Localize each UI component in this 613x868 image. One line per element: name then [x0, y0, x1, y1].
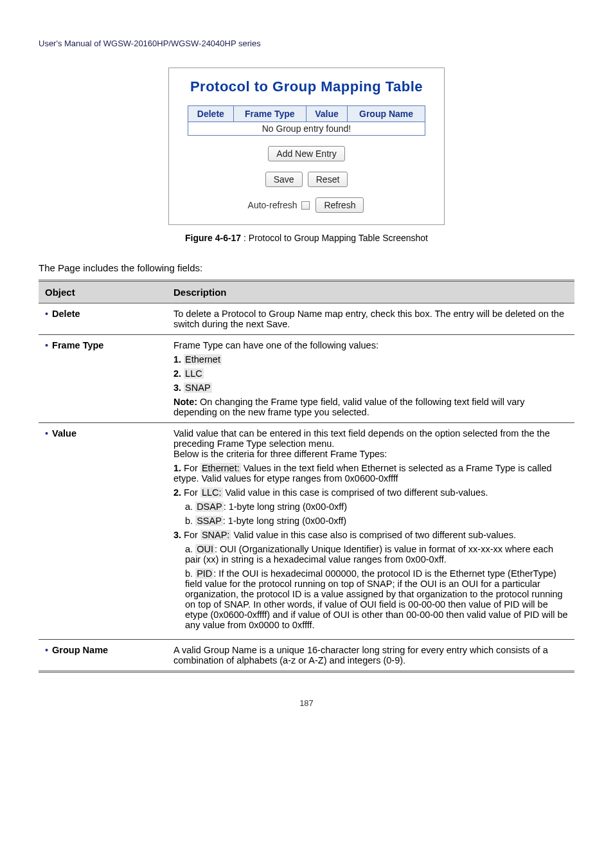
object-cell: •Group Name — [39, 640, 167, 672]
col-delete: Delete — [188, 106, 234, 122]
object-table: Object Description •DeleteTo delete a Pr… — [39, 280, 574, 673]
header-description: Description — [167, 281, 574, 303]
description-cell: Frame Type can have one of the following… — [167, 335, 574, 423]
auto-refresh-checkbox[interactable] — [301, 201, 310, 210]
button-row-save-reset: Save Reset — [182, 172, 431, 187]
figure-title: Protocol to Group Mapping Table — [182, 78, 431, 95]
reset-button[interactable]: Reset — [308, 172, 348, 187]
empty-message: No Group entry found! — [188, 122, 425, 136]
table-row: •DeleteTo delete a Protocol to Group Nam… — [39, 303, 574, 335]
table-row: •ValueValid value that can be entered in… — [39, 423, 574, 640]
mapping-table: Delete Frame Type Value Group Name No Gr… — [188, 105, 425, 136]
figure-caption-rest: : Protocol to Group Mapping Table Screen… — [241, 233, 428, 243]
figure-caption: Figure 4-6-17 : Protocol to Group Mappin… — [39, 233, 574, 243]
figure-caption-bold: Figure 4-6-17 — [185, 233, 241, 243]
button-row-add: Add New Entry — [182, 146, 431, 161]
doc-title: User's Manual of WGSW-20160HP/WGSW-24040… — [39, 39, 261, 48]
refresh-button[interactable]: Refresh — [315, 197, 364, 213]
description-cell: A valid Group Name is a unique 16-charac… — [167, 640, 574, 672]
auto-refresh-row: Auto-refresh Refresh — [182, 197, 431, 213]
col-frame-type: Frame Type — [233, 106, 306, 122]
page-number: 187 — [39, 698, 574, 708]
object-cell: •Frame Type — [39, 335, 167, 423]
save-button[interactable]: Save — [265, 172, 303, 187]
figure-panel: Protocol to Group Mapping Table Delete F… — [168, 68, 445, 225]
col-value: Value — [306, 106, 347, 122]
object-cell: •Value — [39, 423, 167, 640]
description-cell: To delete a Protocol to Group Name map e… — [167, 303, 574, 335]
auto-refresh-label: Auto-refresh — [248, 200, 298, 210]
table-row: •Group NameA valid Group Name is a uniqu… — [39, 640, 574, 672]
header-object: Object — [39, 281, 167, 303]
object-cell: •Delete — [39, 303, 167, 335]
page-header: User's Manual of WGSW-20160HP/WGSW-24040… — [39, 39, 574, 48]
description-cell: Valid value that can be entered in this … — [167, 423, 574, 640]
col-group-name: Group Name — [348, 106, 425, 122]
page-intro: The Page includes the following fields: — [39, 262, 574, 273]
table-row: •Frame TypeFrame Type can have one of th… — [39, 335, 574, 423]
add-new-entry-button[interactable]: Add New Entry — [268, 146, 344, 161]
